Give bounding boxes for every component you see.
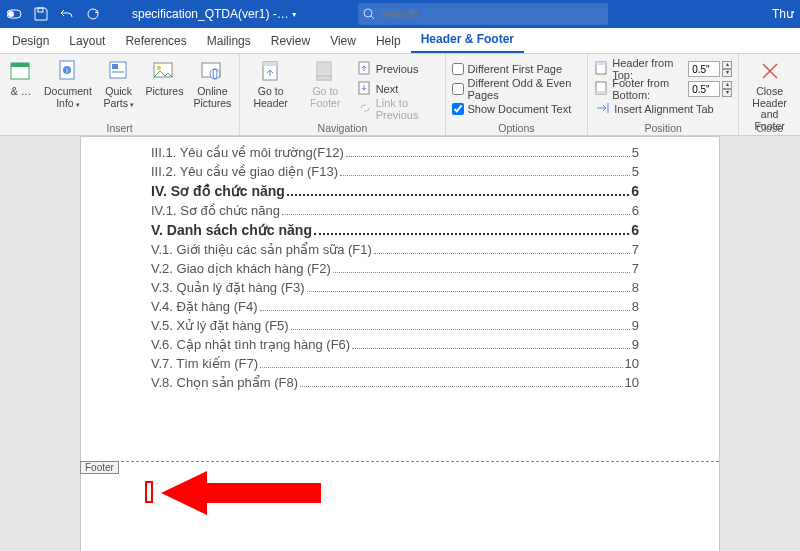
date-time-button[interactable]: & … (6, 56, 36, 98)
footer-tag: Footer (80, 461, 119, 474)
tab-header-footer[interactable]: Header & Footer (411, 27, 524, 53)
previous-icon (358, 61, 372, 77)
picture-icon (151, 58, 177, 84)
svg-rect-12 (112, 71, 124, 73)
toc-page-number: 9 (632, 318, 639, 333)
toc-entry[interactable]: V.4. Đặt hàng (F4) 8 (151, 299, 639, 314)
spin-up-icon[interactable]: ▴ (722, 61, 732, 69)
document-info-button[interactable]: i Document Info▾ (42, 56, 94, 109)
goto-header-icon (258, 58, 284, 84)
annotation-arrow-icon (161, 469, 321, 517)
ribbon-tabs: DesignLayoutReferencesMailingsReviewView… (0, 28, 800, 54)
toc-leader (282, 214, 630, 215)
toc-title: III.2. Yêu cầu về giao diện (F13) (151, 164, 338, 179)
svg-point-14 (157, 66, 161, 70)
svg-rect-19 (263, 62, 277, 66)
toc-page-number: 8 (632, 299, 639, 314)
pictures-button[interactable]: Pictures (143, 56, 185, 98)
spin-down-icon[interactable]: ▾ (722, 89, 732, 97)
toc-title: V.7. Tìm kiếm (F7) (151, 356, 258, 371)
tab-layout[interactable]: Layout (59, 29, 115, 53)
toc-entry[interactable]: V. Danh sách chức năng 6 (151, 222, 639, 238)
footer-separator (81, 461, 719, 462)
title-caret-icon[interactable]: ▼ (291, 11, 298, 18)
svg-rect-25 (596, 62, 606, 65)
autosave-icon[interactable] (4, 3, 26, 25)
different-odd-even-checkbox[interactable]: Different Odd & Even Pages (452, 80, 582, 98)
quick-parts-button[interactable]: Quick Parts▾ (100, 56, 138, 109)
document-viewport[interactable]: III.1. Yêu cầu về môi trường(F12) 5III.2… (0, 136, 800, 551)
toc-title: V. Danh sách chức năng (151, 222, 312, 238)
footer-from-bottom-row: Footer from Bottom: ▴▾ (594, 80, 732, 98)
text-cursor-highlight (145, 481, 153, 503)
toc-title: V.3. Quản lý đặt hàng (F3) (151, 280, 305, 295)
online-pictures-button[interactable]: Online Pictures (191, 56, 233, 109)
toc-entry[interactable]: V.8. Chọn sản phẩm (F8) 10 (151, 375, 639, 390)
next-icon (358, 81, 372, 97)
align-tab-icon (596, 101, 610, 117)
toc-leader (260, 367, 623, 368)
document-title: specification_QTDA(ver1) -… (132, 7, 289, 21)
toc-leader (374, 253, 630, 254)
tab-design[interactable]: Design (2, 29, 59, 53)
svg-marker-28 (161, 471, 321, 515)
toc-page-number: 7 (632, 242, 639, 257)
previous-button[interactable]: Previous (356, 60, 439, 78)
tab-review[interactable]: Review (261, 29, 320, 53)
group-label: Options (452, 122, 582, 135)
toc-page-number: 10 (625, 356, 639, 371)
document-page[interactable]: III.1. Yêu cầu về môi trường(F12) 5III.2… (80, 136, 720, 551)
group-position: Header from Top: ▴▾ Footer from Bottom: … (588, 54, 739, 135)
toc-entry[interactable]: V.7. Tìm kiếm (F7) 10 (151, 356, 639, 371)
toc-page-number: 6 (631, 222, 639, 238)
calendar-icon (8, 58, 34, 84)
spin-down-icon[interactable]: ▾ (722, 69, 732, 77)
toc-leader (300, 386, 622, 387)
toc-entry[interactable]: V.1. Giới thiệu các sản phẩm sữa (F1) 7 (151, 242, 639, 257)
toc-leader (333, 272, 630, 273)
toc-leader (260, 310, 630, 311)
save-icon[interactable] (30, 3, 52, 25)
search-box[interactable] (358, 3, 608, 25)
svg-rect-21 (317, 76, 331, 80)
toc-entry[interactable]: V.3. Quản lý đặt hàng (F3) 8 (151, 280, 639, 295)
online-picture-icon (199, 58, 225, 84)
toc-leader (291, 329, 630, 330)
close-header-footer-button[interactable]: Close Header and Footer (745, 56, 794, 132)
tab-help[interactable]: Help (366, 29, 411, 53)
search-input[interactable] (380, 7, 608, 21)
redo-icon[interactable] (82, 3, 104, 25)
tab-mailings[interactable]: Mailings (197, 29, 261, 53)
user-name[interactable]: Thư (772, 7, 800, 21)
goto-header-button[interactable]: Go to Header (246, 56, 295, 109)
undo-icon[interactable] (56, 3, 78, 25)
insert-alignment-tab-button[interactable]: Insert Alignment Tab (594, 100, 732, 118)
toc-entry[interactable]: V.6. Cập nhật tình trạng hàng (F6) 9 (151, 337, 639, 352)
spin-up-icon[interactable]: ▴ (722, 81, 732, 89)
svg-rect-11 (112, 64, 118, 69)
toc-page-number: 6 (631, 183, 639, 199)
toc-leader (307, 291, 630, 292)
footer-bottom-spinner[interactable]: ▴▾ (688, 81, 732, 97)
tab-view[interactable]: View (320, 29, 366, 53)
next-button[interactable]: Next (356, 80, 439, 98)
toc-title: III.1. Yêu cầu về môi trường(F12) (151, 145, 344, 160)
goto-footer-icon (312, 58, 338, 84)
goto-footer-button: Go to Footer (301, 56, 350, 109)
toc-entry[interactable]: IV. Sơ đồ chức năng 6 (151, 183, 639, 199)
different-first-page-checkbox[interactable]: Different First Page (452, 60, 582, 78)
svg-rect-6 (11, 63, 29, 67)
svg-point-16 (210, 69, 220, 79)
toc-entry[interactable]: III.1. Yêu cầu về môi trường(F12) 5 (151, 145, 639, 160)
toc-entry[interactable]: IV.1. Sơ đồ chức năng 6 (151, 203, 639, 218)
tab-references[interactable]: References (115, 29, 196, 53)
show-document-text-checkbox[interactable]: Show Document Text (452, 100, 582, 118)
toc-title: IV. Sơ đồ chức năng (151, 183, 285, 199)
toc-entry[interactable]: III.2. Yêu cầu về giao diện (F13) 5 (151, 164, 639, 179)
toc-title: V.1. Giới thiệu các sản phẩm sữa (F1) (151, 242, 372, 257)
toc-page-number: 5 (632, 164, 639, 179)
toc-entry[interactable]: V.5. Xử lý đặt hàng (F5) 9 (151, 318, 639, 333)
search-icon (358, 8, 380, 20)
header-top-spinner[interactable]: ▴▾ (688, 61, 732, 77)
toc-entry[interactable]: V.2. Giao dịch khách hàng (F2) 7 (151, 261, 639, 276)
